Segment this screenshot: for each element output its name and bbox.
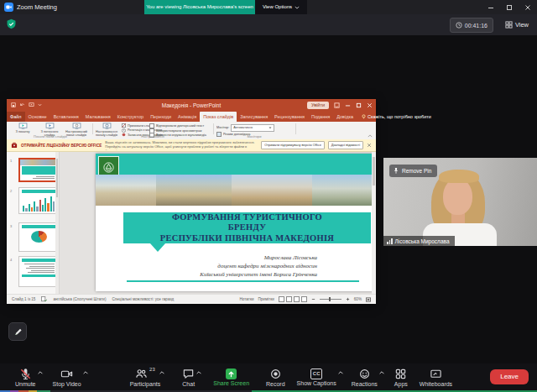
mini-pie-chart: [31, 231, 47, 243]
captions-icon: CC: [310, 368, 323, 379]
ppt-maximize-icon[interactable]: [356, 102, 362, 108]
office-license-warning-bar: ОТРИМАЙТЕ ЛІЦЕНЗІЙНУ ВЕРСІЮ OFFICE Ваша …: [7, 139, 376, 152]
rehearse-icon: [122, 128, 126, 133]
slide-thumbnail-4[interactable]: [18, 256, 59, 287]
unmute-options-caret[interactable]: [37, 370, 44, 375]
tab-draw[interactable]: Малювання: [82, 112, 114, 122]
show-captions-button[interactable]: CC Show Captions: [297, 368, 336, 386]
current-slide: ФОРМУВАННЯ ТУРИСТИЧНОГО БРЕНДУ РЕСПУБЛІК…: [96, 154, 376, 291]
view-options-button[interactable]: View Options: [255, 0, 307, 14]
slide-teal-band: [96, 154, 376, 175]
tab-file[interactable]: Файл: [7, 112, 25, 122]
leave-button[interactable]: Leave: [490, 369, 529, 384]
maximize-icon[interactable]: [500, 0, 519, 14]
monitor-dropdown[interactable]: Автоматично: [231, 124, 274, 132]
unmute-button[interactable]: Unmute: [15, 368, 36, 387]
minimize-icon[interactable]: [482, 0, 500, 14]
tab-insert[interactable]: Вставлення: [50, 112, 82, 122]
get-genuine-office-button[interactable]: Отримати підтримувану версію Office: [261, 141, 325, 149]
participants-options-caret[interactable]: [159, 370, 165, 375]
remove-pin-button[interactable]: Remove Pin: [389, 165, 437, 177]
stop-video-button[interactable]: Stop Video: [53, 368, 81, 387]
quick-access-toolbar[interactable]: [11, 102, 42, 107]
chat-icon: [182, 368, 195, 380]
thumb-number: 2: [10, 189, 12, 193]
spellcheck-icon: [41, 296, 47, 302]
comments-button[interactable]: Примітки: [258, 297, 274, 301]
tab-slideshow-active[interactable]: Показ слайдів: [200, 112, 237, 122]
zoom-slider[interactable]: [320, 299, 341, 300]
slide-thumbnail-3[interactable]: [18, 222, 59, 252]
mini-bar-chart: [23, 196, 55, 212]
canvas-scrollbar[interactable]: [372, 152, 376, 294]
slide-thumbnail-panel: 1 2 3: [7, 152, 60, 294]
zoom-logo-icon: [4, 3, 13, 12]
view-mode-buttons[interactable]: [279, 296, 307, 302]
encryption-shield-icon[interactable]: [6, 18, 17, 30]
save-icon: [11, 102, 16, 107]
tab-help[interactable]: Довідка: [333, 112, 357, 122]
tab-transitions[interactable]: Переходи: [147, 112, 175, 122]
reactions-options-caret[interactable]: [378, 370, 385, 375]
tab-animations[interactable]: Анімація: [175, 112, 200, 122]
campus-photo: [156, 175, 232, 206]
fit-slide-icon[interactable]: [366, 297, 371, 302]
participants-button[interactable]: 23 Participants: [130, 368, 161, 387]
office-warning-icon: [11, 142, 18, 149]
zoom-percentage[interactable]: 60%: [354, 297, 362, 301]
dismiss-warning-icon[interactable]: [367, 143, 372, 148]
tab-view[interactable]: Подання: [308, 112, 333, 122]
dropdown-arrow-icon: [268, 127, 272, 129]
ppt-close-icon[interactable]: [367, 102, 373, 108]
accessibility-status[interactable]: Спеціальні можливості: усе гаразд: [112, 297, 174, 301]
zoom-out-icon[interactable]: [311, 297, 315, 301]
zoom-titlebar: Zoom Meeting You are viewing Лісовська М…: [0, 0, 537, 14]
view-layout-button[interactable]: View: [502, 18, 532, 31]
slide-thumbnail-1[interactable]: [18, 158, 59, 182]
ribbon-display-options-icon[interactable]: [334, 102, 340, 108]
thumb-number: 4: [10, 258, 12, 262]
apps-icon: [394, 368, 407, 380]
collapse-ribbon-icon[interactable]: [368, 134, 373, 138]
slide-thumbnail-2[interactable]: [18, 187, 59, 214]
participants-icon: [135, 368, 148, 380]
campus-photo-strip: [96, 175, 376, 206]
participant-name-tag: Лісовська Мирослава: [383, 236, 455, 246]
video-options-caret[interactable]: [82, 370, 89, 375]
captions-options-caret[interactable]: [337, 370, 344, 375]
tab-review[interactable]: Рецензування: [271, 112, 308, 122]
annotate-button[interactable]: [8, 322, 27, 341]
slide-divider-line: [127, 280, 359, 282]
tab-design[interactable]: Конструктор: [114, 112, 147, 122]
monitor-play-icon: [18, 123, 28, 129]
ppt-status-bar: Слайд 1 із 15 англійська (Сполучені Штат…: [7, 294, 376, 304]
share-screen-icon: [226, 368, 237, 379]
close-icon[interactable]: [519, 0, 537, 14]
apps-button[interactable]: Apps: [394, 368, 408, 387]
slide-canvas: ФОРМУВАННЯ ТУРИСТИЧНОГО БРЕНДУ РЕСПУБЛІК…: [60, 152, 376, 294]
author-name: Мирослава Лісовська: [200, 253, 317, 262]
meeting-timer: 00:41:16: [450, 18, 493, 33]
share-screen-button[interactable]: Share Screen: [213, 368, 249, 386]
slide-title-block: ФОРМУВАННЯ ТУРИСТИЧНОГО БРЕНДУ РЕСПУБЛІК…: [123, 212, 371, 243]
learn-more-button[interactable]: Докладні відомості: [328, 141, 363, 149]
tab-home[interactable]: Основне: [25, 112, 50, 122]
group-label-monitors: Монітори: [216, 134, 292, 139]
whiteboards-button[interactable]: Whiteboards: [420, 368, 452, 387]
record-button[interactable]: Record: [266, 368, 285, 387]
chat-button[interactable]: Chat: [182, 368, 195, 387]
zoom-in-icon[interactable]: [346, 297, 350, 301]
chat-options-caret[interactable]: [196, 370, 202, 375]
from-beginning-button[interactable]: З початку: [10, 123, 35, 133]
tell-me-box[interactable]: Скажіть, що потрібно зробити: [362, 112, 431, 122]
tab-recording[interactable]: Записування: [237, 112, 271, 122]
ppt-minimize-icon[interactable]: [345, 102, 351, 108]
thumbnail-scrollbar[interactable]: [55, 152, 59, 294]
thumb-number: 1: [10, 159, 12, 163]
notes-button[interactable]: Нотатки: [240, 297, 254, 301]
campus-photo: [312, 175, 376, 206]
slide-author-block: Мирослава Лісовська доцент кафедри міжна…: [200, 253, 317, 279]
language-indicator[interactable]: англійська (Сполучені Штати): [53, 297, 106, 301]
sign-in-button[interactable]: Увійти: [307, 102, 329, 109]
reactions-button[interactable]: Reactions: [352, 368, 378, 387]
